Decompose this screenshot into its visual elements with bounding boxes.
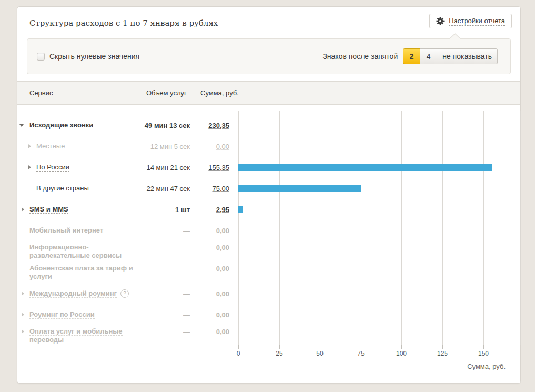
volume-value: 14 мин 21 сек: [100, 164, 190, 172]
table-row: Абонентская плата за тариф и услуги—0,00: [17, 262, 520, 283]
axis-tick: [442, 345, 443, 349]
caret-right-icon[interactable]: [28, 144, 31, 148]
axis-tick: [483, 345, 484, 349]
amount-value: 0,00: [187, 328, 229, 336]
chart-bar: [238, 164, 492, 171]
service-name-cell: Местные: [36, 142, 65, 150]
amount-value: 0,00: [187, 290, 229, 298]
report-settings-label: Настройки отчета: [449, 17, 505, 26]
axis-tick: [401, 345, 402, 349]
table-row: Местные12 мин 5 сек0,00: [17, 136, 520, 157]
hide-zero-checkbox[interactable]: [37, 53, 45, 61]
table-rows: Исходящие звонки49 мин 13 сек230,35Местн…: [17, 115, 520, 346]
amount-value[interactable]: 75,00: [187, 185, 229, 193]
chart-axis-title: Сумма, руб.: [238, 363, 506, 370]
axis-tick: [238, 345, 239, 349]
chart-bar: [238, 206, 243, 213]
table-header: Сервис Объем услуг Сумма, руб.: [17, 81, 520, 105]
service-name-cell: По России: [36, 163, 69, 172]
axis-tick: [320, 345, 320, 349]
service-name-cell: Мобильный интернет: [29, 226, 103, 235]
hide-zero-label[interactable]: Скрыть нулевые значения: [49, 52, 139, 61]
volume-value: —: [100, 311, 190, 319]
axis-tick: [361, 345, 361, 349]
service-name-cell: Исходящие звонки: [29, 121, 93, 129]
chart-bar: [238, 185, 361, 192]
amount-value[interactable]: 230,35: [187, 122, 229, 129]
gear-icon: [436, 17, 445, 25]
axis-tick-label: 75: [350, 350, 371, 357]
table-row: По России14 мин 21 сек155,35: [17, 157, 520, 178]
caret-right-icon[interactable]: [22, 329, 24, 334]
axis-tick-label: 100: [391, 350, 412, 357]
axis-tick-label: 150: [473, 350, 494, 357]
table-row: Роуминг по России—0,00: [17, 304, 520, 325]
decimal-option-2[interactable]: 2: [403, 48, 420, 64]
table-row: Исходящие звонки49 мин 13 сек230,35: [17, 115, 520, 136]
decimals-label: Знаков после запятой: [322, 52, 398, 61]
caret-down-icon[interactable]: [19, 124, 24, 127]
axis-tick-label: 0: [228, 350, 249, 357]
amount-value: 0,00: [187, 311, 229, 319]
volume-value: —: [100, 328, 190, 336]
column-header-service: Сервис: [29, 82, 53, 104]
axis-tick-label: 125: [432, 350, 453, 357]
caret-right-icon[interactable]: [22, 207, 24, 212]
volume-value: —: [100, 227, 190, 235]
service-name-cell: Роуминг по России: [29, 310, 95, 319]
decimal-buttons: 24не показывать: [403, 48, 498, 64]
table-row: В другие страны22 мин 47 сек75,00: [17, 178, 520, 199]
table-row: Информационно-развлекательные сервисы—0,…: [17, 241, 520, 262]
volume-value: 12 мин 5 сек: [100, 143, 190, 150]
service-name: В другие страны: [36, 184, 89, 192]
table-row: Оплата услуг и мобильные переводы—0,00: [17, 325, 520, 346]
caret-right-icon[interactable]: [22, 313, 24, 317]
amount-value: 0,00: [187, 244, 229, 252]
amount-value[interactable]: 155,35: [187, 164, 229, 172]
service-name-cell: В другие страны: [36, 184, 89, 193]
service-name[interactable]: Исходящие звонки: [29, 121, 93, 129]
amount-value: 0,00: [187, 227, 229, 235]
service-name[interactable]: Роуминг по России: [29, 310, 95, 319]
axis-tick-label: 50: [309, 350, 330, 357]
volume-value: —: [100, 290, 190, 298]
table-row: Мобильный интернет—0,00: [17, 220, 520, 241]
decimal-option-не показывать[interactable]: не показывать: [437, 48, 498, 64]
service-name[interactable]: SMS и MMS: [29, 205, 68, 214]
amount-value: 0,00: [187, 265, 229, 273]
settings-panel: Скрыть нулевые значения Знаков после зап…: [27, 38, 511, 74]
axis-tick-label: 25: [269, 350, 290, 357]
volume-value: 49 мин 13 сек: [100, 122, 190, 129]
service-name[interactable]: По России: [36, 163, 69, 172]
report-panel: Структура расходов с 1 по 7 января в руб…: [17, 6, 521, 384]
volume-value: —: [100, 244, 190, 252]
column-header-amount: Сумма, руб.: [200, 82, 239, 104]
amount-value[interactable]: 2,95: [187, 206, 229, 214]
amount-value[interactable]: 0,00: [187, 143, 229, 150]
service-name: Мобильный интернет: [29, 226, 103, 234]
volume-value: 1 шт: [100, 206, 190, 214]
page-title: Структура расходов с 1 по 7 января в руб…: [29, 18, 218, 28]
service-name-cell: SMS и MMS: [29, 205, 68, 214]
caret-right-icon[interactable]: [22, 292, 24, 296]
caret-right-icon[interactable]: [28, 165, 31, 169]
page: { "colors": { "bar": "#3FA9D8", "selecte…: [0, 0, 535, 392]
table-row: SMS и MMS1 шт2,95: [17, 199, 520, 220]
axis-tick: [279, 345, 280, 349]
table-row: Международный роуминг?—0,00: [17, 283, 520, 304]
volume-value: 22 мин 47 сек: [100, 185, 190, 193]
decimal-option-4[interactable]: 4: [420, 48, 437, 64]
column-header-volume: Объем услуг: [146, 82, 187, 104]
service-name[interactable]: Местные: [36, 142, 65, 150]
volume-value: —: [100, 265, 190, 273]
report-settings-button[interactable]: Настройки отчета: [429, 14, 512, 28]
